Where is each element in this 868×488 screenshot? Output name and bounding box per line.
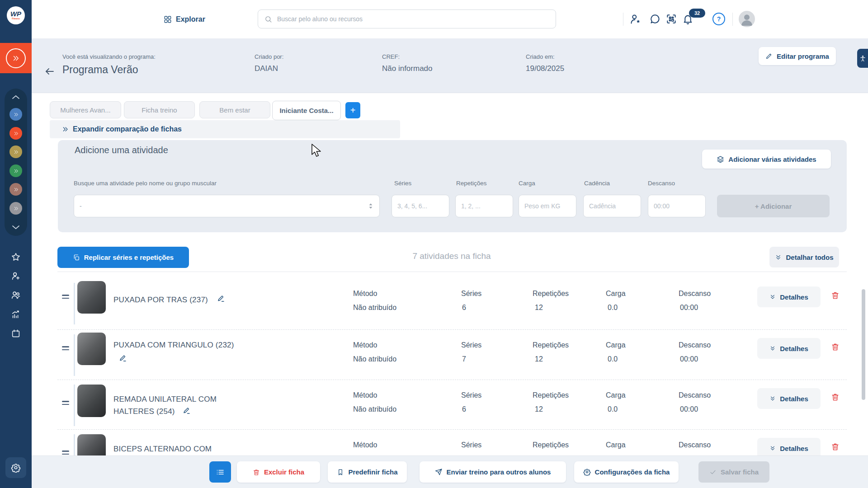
explore-button[interactable]: Explorar (164, 0, 205, 38)
sidebar: WP Fitness (0, 0, 32, 488)
org-avatar-red[interactable] (9, 127, 22, 140)
back-button[interactable] (44, 66, 55, 77)
sidebar-item-add-student[interactable] (11, 271, 21, 281)
trash-icon (831, 343, 840, 351)
compare-strip: Expandir comparação de fichas (50, 120, 400, 138)
created-by-value: DAIAN (255, 64, 278, 73)
sheet-list-button[interactable] (209, 461, 231, 483)
exercise-thumbnail[interactable] (77, 434, 106, 455)
search-input[interactable] (276, 15, 549, 23)
logo-subtext: Fitness (12, 17, 20, 20)
accessibility-widget-tab[interactable] (857, 49, 868, 68)
org-avatar-blue[interactable] (9, 108, 22, 121)
metodo-value: Não atribuído (353, 304, 396, 312)
invite-user-button[interactable] (629, 13, 642, 25)
chart-icon (11, 310, 21, 319)
col-descanso-label: Descanso (679, 441, 711, 449)
trash-icon (831, 442, 840, 451)
series-value: 6 (462, 304, 466, 312)
col-repeticoes-label: Repetições (533, 391, 569, 399)
exercise-thumbnail[interactable] (77, 333, 106, 365)
drag-handle[interactable] (62, 399, 69, 407)
sidebar-item-reports[interactable] (11, 310, 21, 319)
edit-exercise-button[interactable] (217, 295, 225, 303)
wp-fitness-logo[interactable]: WP Fitness (7, 6, 25, 24)
descanso-value: 00:00 (680, 304, 698, 312)
drag-handle[interactable] (62, 293, 69, 300)
preset-sheet-button[interactable]: Predefinir ficha (328, 461, 407, 483)
chevron-down-icon[interactable] (10, 224, 21, 230)
send-to-students-button[interactable]: Enviar treino para outros alunos (420, 461, 566, 483)
exercise-thumbnail[interactable] (77, 281, 106, 314)
sidebar-item-favorites[interactable] (11, 252, 21, 262)
qr-code-icon (665, 13, 677, 25)
cadencia-label: Cadência (584, 180, 610, 187)
cadencia-input[interactable] (583, 195, 641, 217)
row-separator (57, 380, 847, 380)
expand-compare-link[interactable]: Expandir comparação de fichas (62, 125, 182, 133)
chat-button[interactable] (649, 13, 661, 25)
sidebar-item-calendar[interactable] (11, 328, 21, 338)
org-avatar-gray[interactable] (9, 202, 22, 215)
bulk-add-button[interactable]: Adicionar várias atividades (702, 150, 831, 169)
sidebar-item-students[interactable] (11, 290, 21, 300)
delete-sheet-button[interactable]: Excluir ficha (237, 461, 320, 483)
sidebar-item-active-org[interactable] (0, 43, 32, 73)
carga-input[interactable] (519, 195, 576, 217)
details-button[interactable]: Detalhes (757, 338, 821, 359)
expand-all-button[interactable]: Detalhar todos (769, 247, 839, 267)
repeticoes-value: 12 (535, 405, 543, 413)
repeticoes-input[interactable] (455, 195, 513, 217)
trash-icon (253, 469, 260, 476)
pencil-icon (765, 52, 773, 60)
col-series-label: Séries (461, 290, 481, 298)
chevron-up-icon[interactable] (10, 94, 21, 100)
app-screen: WP Fitness (0, 0, 868, 488)
delete-exercise-button[interactable] (831, 343, 840, 351)
user-avatar[interactable] (739, 11, 755, 27)
sheet-settings-button[interactable]: Configurações da ficha (574, 461, 679, 483)
details-button[interactable]: Detalhes (757, 286, 821, 307)
tab-bem-estar[interactable]: Bem estar (199, 101, 270, 118)
tab-iniciante-costas[interactable]: Iniciante Costa... (272, 101, 341, 120)
tab-ficha-treino[interactable]: Ficha treino (124, 101, 195, 118)
replicate-series-button[interactable]: Replicar séries e repetições (57, 247, 189, 268)
question-mark-icon: ? (717, 15, 721, 23)
series-value: 6 (462, 405, 466, 413)
metodo-value: Não atribuído (353, 405, 396, 413)
org-avatar-brown[interactable] (9, 183, 22, 196)
col-metodo-label: Método (353, 341, 377, 349)
org-avatar-green[interactable] (9, 164, 22, 177)
series-input[interactable] (392, 195, 449, 217)
drag-handle[interactable] (62, 344, 69, 352)
descanso-input[interactable] (648, 195, 706, 217)
created-by-label: Criado por: (255, 53, 283, 60)
edit-program-button[interactable]: Editar programa (759, 47, 836, 65)
viewing-label: Você está visualizando o programa: (62, 53, 156, 60)
edit-exercise-button[interactable] (183, 407, 191, 415)
delete-exercise-button[interactable] (831, 291, 840, 300)
scrollbar-thumb[interactable] (862, 289, 865, 400)
qr-scan-button[interactable] (665, 13, 677, 25)
delete-exercise-button[interactable] (831, 442, 840, 451)
org-avatar-gold[interactable] (9, 145, 22, 158)
add-tab-button[interactable]: + (345, 102, 360, 118)
col-metodo-label: Método (353, 391, 377, 399)
sort-arrows-icon (368, 202, 374, 210)
save-sheet-button[interactable]: Salvar ficha (698, 461, 769, 483)
delete-exercise-button[interactable] (831, 393, 840, 401)
copy-icon (73, 254, 80, 261)
edit-exercise-button[interactable] (119, 354, 127, 362)
help-button[interactable]: ? (712, 13, 725, 25)
notification-count-badge: 32 (689, 9, 705, 18)
add-activity-button[interactable]: + Adicionar (717, 195, 830, 217)
sidebar-item-settings[interactable] (5, 457, 26, 478)
exercise-thumbnail[interactable] (77, 385, 106, 417)
row-accent (74, 385, 75, 426)
global-search[interactable] (258, 9, 556, 28)
tab-mulheres-avancado[interactable]: Mulheres Avan... (50, 101, 121, 118)
activity-select[interactable]: - (74, 195, 380, 217)
col-series-label: Séries (461, 441, 481, 449)
details-button[interactable]: Detalhes (757, 388, 821, 409)
carga-value: 0.0 (608, 355, 618, 363)
